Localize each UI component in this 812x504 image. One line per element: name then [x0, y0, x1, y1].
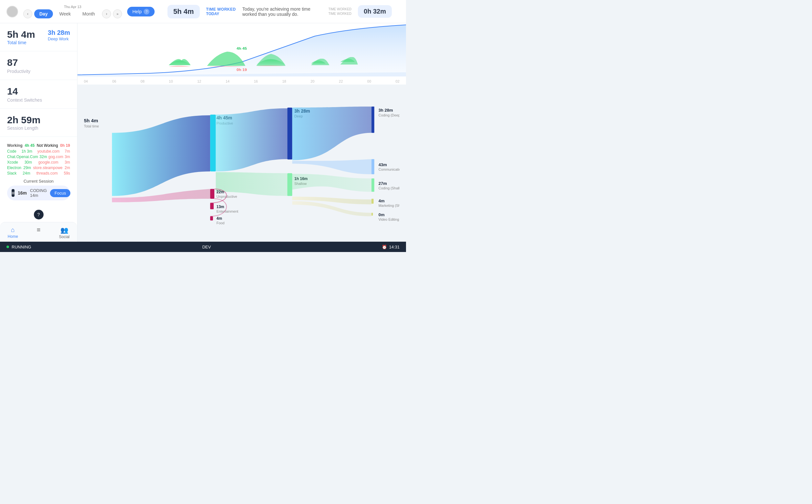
svg-text:0h 19: 0h 19: [237, 68, 247, 72]
clock-icon: ⏰: [382, 245, 387, 249]
nav-social[interactable]: 👥 Social: [51, 225, 77, 240]
svg-rect-29: [371, 159, 374, 174]
nav-skip[interactable]: »: [113, 9, 122, 18]
svg-text:Marketing (Shallow): Marketing (Shallow): [379, 204, 400, 207]
svg-text:Communication: Communication: [379, 167, 400, 171]
session-task: CODING 14m: [30, 188, 47, 198]
right-header: 5h 4m TIME WORKED TODAY Today, you're ac…: [160, 0, 400, 23]
status-left: RUNNING: [6, 245, 31, 249]
status-running: RUNNING: [12, 245, 31, 249]
svg-rect-15: [210, 189, 214, 199]
list-item: Xcode 30m google.com 3m: [7, 160, 70, 165]
svg-text:0m: 0m: [379, 212, 385, 217]
tab-week[interactable]: Week: [54, 9, 76, 18]
svg-text:13m: 13m: [217, 205, 224, 209]
svg-rect-18: [210, 203, 214, 209]
current-session-label: Current Session: [7, 179, 70, 184]
working-header: Working: [7, 143, 23, 148]
svg-text:Coding (Deep): Coding (Deep): [379, 113, 400, 117]
context-switches-label: Context Switches: [7, 97, 70, 103]
working-time: 4h 45: [25, 143, 35, 148]
main-content: 5h 4m Total time 3h 28m Deep Work 87 Pro…: [0, 23, 406, 242]
deep-work-label: Deep Work: [48, 36, 70, 41]
list-item: Code 1h 3m youtube.com 7m: [7, 149, 70, 154]
context-switches-block: 14 Context Switches: [0, 80, 77, 109]
time-message: Today, you're achieving more time worked…: [242, 6, 322, 17]
session-time: 16m: [18, 190, 27, 196]
deep-work-value: 3h 28m: [48, 29, 70, 36]
total-time-block: 5h 4m Total time 3h 28m Deep Work: [0, 23, 77, 51]
time-worked-today: 5h 4m: [167, 5, 200, 18]
session-length-label: Session Length: [7, 126, 70, 131]
avg-time-label: TIME WORKED TIME WORKED: [328, 7, 351, 16]
avatar[interactable]: [6, 6, 18, 17]
total-time-value: 5h 4m: [7, 29, 35, 40]
svg-text:Food: Food: [217, 221, 225, 225]
productivity-label: Productivity: [7, 69, 70, 74]
time-worked-labels: TIME WORKED TODAY: [206, 7, 236, 16]
svg-text:Entertainment: Entertainment: [217, 209, 239, 213]
list-item: Slack 24m threads.com 59s: [7, 171, 70, 176]
status-indicator: [6, 246, 9, 248]
left-panel: 5h 4m Total time 3h 28m Deep Work 87 Pro…: [0, 23, 77, 242]
nav-next[interactable]: ›: [102, 9, 111, 18]
activity-block: Working 4h 45 Not Working 0h 19 Code 1h …: [0, 137, 77, 207]
svg-text:27m: 27m: [379, 181, 387, 186]
svg-text:43m: 43m: [379, 162, 387, 167]
home-icon: ⌂: [11, 226, 15, 234]
svg-rect-21: [210, 216, 213, 220]
productivity-value: 87: [7, 57, 70, 68]
status-bar: RUNNING DEV ⏰ 14:31: [0, 242, 406, 252]
svg-text:4h 45: 4h 45: [237, 46, 247, 50]
svg-rect-7: [287, 107, 292, 159]
nav-settings[interactable]: ≡: [26, 225, 52, 240]
top-bar: Thu Apr 13 ‹ Day Week Month › » Help ? 5…: [0, 0, 406, 23]
focus-button[interactable]: Focus: [50, 189, 70, 197]
list-item: Electron 29m store.steampowe 2m: [7, 166, 70, 170]
nav-prev[interactable]: ‹: [23, 9, 32, 18]
svg-text:4m: 4m: [217, 216, 222, 221]
chart-time-labels: 04 06 08 10 12 14 16 18 20 22 00 02: [77, 78, 406, 85]
activity-table: Working 4h 45 Not Working 0h 19 Code 1h …: [7, 143, 70, 176]
svg-rect-30: [371, 178, 374, 192]
not-working-time: 0h 19: [60, 143, 70, 148]
right-panel: 4h 45 0h 19 04 06 08 10 12 14 16 18 20 2…: [77, 23, 406, 242]
nav-tabs: Day Week Month: [34, 9, 100, 18]
time-display: 14:31: [389, 245, 400, 249]
list-item: Chat.Openai.Com 32m gog.com 3m: [7, 155, 70, 159]
line-chart: 4h 45 0h 19: [77, 23, 406, 78]
svg-rect-36: [371, 213, 373, 216]
social-icon: 👥: [60, 226, 68, 234]
not-working-header: Not Working: [37, 143, 58, 148]
session-length-block: 2h 59m Session Length: [0, 109, 77, 137]
productivity-block: 87 Productivity: [0, 51, 77, 80]
svg-text:5h 4m: 5h 4m: [84, 118, 98, 123]
svg-rect-10: [287, 173, 292, 196]
session-bar: ⊞ 16m CODING 14m Focus: [7, 186, 70, 200]
svg-rect-4: [210, 115, 216, 171]
bottom-nav: ⌂ Home ≡ 👥 Social: [0, 222, 77, 242]
session-icon: ⊞: [12, 189, 15, 197]
help-button[interactable]: Help ?: [127, 7, 155, 16]
tab-month[interactable]: Month: [77, 9, 100, 18]
date-label: Thu Apr 13: [64, 5, 81, 9]
svg-text:Coding (Shallow): Coding (Shallow): [379, 186, 400, 190]
status-time: ⏰ 14:31: [382, 245, 400, 249]
svg-text:Video Editing (Shallow): Video Editing (Shallow): [379, 217, 400, 221]
svg-text:4m: 4m: [379, 198, 385, 203]
status-project: DEV: [202, 245, 211, 249]
settings-icon: ≡: [37, 226, 41, 234]
svg-rect-33: [371, 199, 374, 204]
svg-text:Total time: Total time: [84, 124, 99, 128]
context-switches-value: 14: [7, 86, 70, 97]
nav-home[interactable]: ⌂ Home: [0, 225, 26, 240]
help-fab[interactable]: ?: [34, 210, 44, 219]
sankey-diagram: 5h 4m Total time 4h 45m Productive 3: [77, 85, 406, 242]
session-length-value: 2h 59m: [7, 115, 70, 126]
svg-rect-28: [371, 106, 374, 133]
total-time-label: Total time: [7, 40, 35, 45]
svg-text:3h 28m: 3h 28m: [379, 108, 393, 113]
avg-time-value: 0h 32m: [358, 5, 392, 18]
tab-day[interactable]: Day: [34, 9, 53, 18]
svg-text:22m: 22m: [217, 190, 224, 194]
